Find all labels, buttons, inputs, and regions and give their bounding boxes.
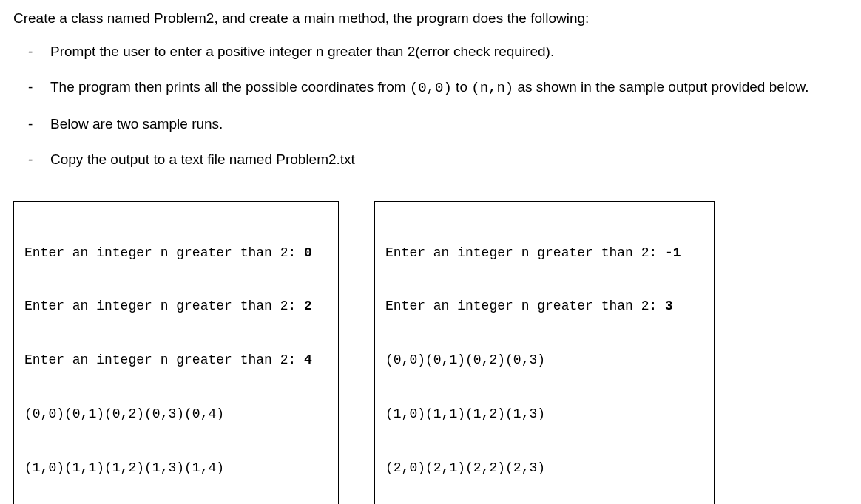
- user-input: 3: [665, 299, 673, 313]
- output-line: Enter an integer n greater than 2: 4: [24, 351, 328, 369]
- output-prompt: Enter an integer n greater than 2:: [385, 245, 665, 260]
- output-text: (2,0)(2,1)(2,2)(2,3): [385, 460, 545, 475]
- bullet-item-copy-output: Copy the output to a text file named Pro…: [13, 150, 848, 170]
- output-line: (0,0)(0,1)(0,2)(0,3): [385, 351, 703, 369]
- bullet-item-sample-runs: Below are two sample runs.: [13, 115, 848, 134]
- bullet-item-coordinates: The program then prints all the possible…: [13, 78, 848, 98]
- intro-text: Create a class named Problem2, and creat…: [13, 9, 848, 29]
- sample-outputs-row: Enter an integer n greater than 2: 0 Ent…: [13, 201, 848, 504]
- sample-output-2: Enter an integer n greater than 2: -1 En…: [374, 201, 715, 504]
- output-text: (1,0)(1,1)(1,2)(1,3): [385, 406, 545, 421]
- code-inline-origin: (0,0): [410, 80, 452, 96]
- requirement-list: Prompt the user to enter a positive inte…: [13, 42, 848, 170]
- output-line: (2,0)(2,1)(2,2)(2,3): [385, 459, 703, 477]
- output-line: Enter an integer n greater than 2: 0: [24, 244, 328, 262]
- output-prompt: Enter an integer n greater than 2:: [24, 245, 304, 260]
- output-text: (0,0)(0,1)(0,2)(0,3): [385, 353, 545, 367]
- output-line: (0,0)(0,1)(0,2)(0,3)(0,4): [24, 405, 328, 423]
- code-inline-nn: (n,n): [471, 80, 513, 96]
- output-text: (1,0)(1,1)(1,2)(1,3)(1,4): [24, 460, 224, 475]
- output-line: Enter an integer n greater than 2: 2: [24, 297, 328, 315]
- bullet-text: to: [452, 79, 471, 95]
- sample-output-1: Enter an integer n greater than 2: 0 Ent…: [13, 201, 339, 504]
- user-input: 0: [304, 245, 312, 260]
- bullet-text: as shown in the sample output provided b…: [513, 79, 808, 95]
- output-prompt: Enter an integer n greater than 2:: [24, 353, 304, 367]
- bullet-text: The program then prints all the possible…: [50, 79, 410, 95]
- output-line: (1,0)(1,1)(1,2)(1,3): [385, 405, 703, 423]
- output-prompt: Enter an integer n greater than 2:: [385, 299, 665, 313]
- user-input: 4: [304, 353, 312, 367]
- bullet-item-prompt: Prompt the user to enter a positive inte…: [13, 42, 848, 62]
- output-line: Enter an integer n greater than 2: 3: [385, 297, 703, 315]
- user-input: -1: [665, 245, 681, 260]
- user-input: 2: [304, 299, 312, 313]
- output-text: (0,0)(0,1)(0,2)(0,3)(0,4): [24, 406, 224, 421]
- output-line: (1,0)(1,1)(1,2)(1,3)(1,4): [24, 459, 328, 477]
- output-prompt: Enter an integer n greater than 2:: [24, 299, 304, 313]
- output-line: Enter an integer n greater than 2: -1: [385, 244, 703, 262]
